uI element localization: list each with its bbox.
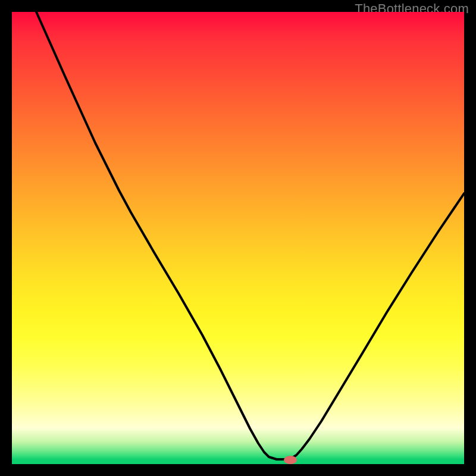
plot-svg — [12, 12, 464, 464]
bottleneck-curve — [36, 12, 464, 459]
optimum-marker — [284, 456, 297, 464]
plot-area — [12, 12, 464, 464]
chart-stage: TheBottleneck.com — [0, 0, 476, 476]
